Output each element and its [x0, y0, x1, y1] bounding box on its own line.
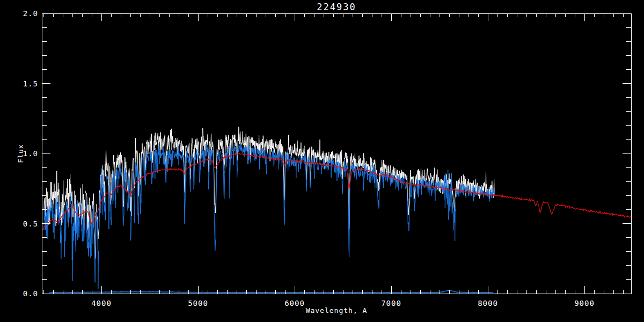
spectrum-plot-canvas: 4000500060007000800090000.00.51.01.52.0 — [0, 0, 644, 322]
y-tick-label-0.5: 0.5 — [23, 219, 38, 228]
spectrum-chart: 4000500060007000800090000.00.51.01.52.0 … — [0, 0, 644, 322]
y-tick-label-2.0: 2.0 — [23, 9, 38, 18]
plot-title: 224930 — [42, 2, 631, 12]
observed-spectrum-blue — [44, 143, 495, 289]
y-tick-label-1.5: 1.5 — [23, 79, 38, 88]
spectra-group — [42, 127, 631, 292]
y-tick-label-0.0: 0.0 — [23, 289, 38, 298]
plot-frame — [42, 13, 631, 294]
x-axis-label: Wavelength, A — [42, 306, 631, 314]
error-spectrum-line — [49, 290, 493, 292]
y-axis-label: Flux — [17, 144, 25, 163]
y-tick-label-1.0: 1.0 — [23, 149, 38, 158]
observed-spectrum-white — [44, 127, 495, 259]
axes-group — [42, 13, 631, 294]
tick-labels-group: 4000500060007000800090000.00.51.01.52.0 — [23, 9, 595, 308]
